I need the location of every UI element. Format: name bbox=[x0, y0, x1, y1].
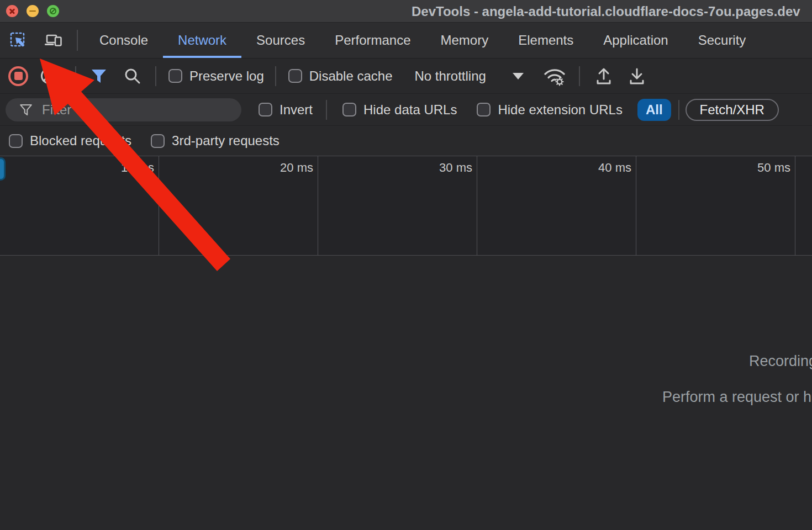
throttling-value: No throttling bbox=[414, 68, 486, 84]
dropdown-caret-icon bbox=[513, 73, 524, 80]
network-overview-timeline[interactable]: 10 ms 20 ms 30 ms 40 ms 50 ms bbox=[0, 156, 812, 256]
tab-console[interactable]: Console bbox=[85, 23, 163, 58]
throttling-select[interactable]: No throttling bbox=[414, 68, 523, 84]
disable-cache-checkbox-group[interactable]: Disable cache bbox=[288, 68, 393, 84]
minimize-button[interactable] bbox=[27, 5, 39, 17]
empty-state-line1: Recording network activity… bbox=[749, 353, 812, 370]
hide-data-urls-label: Hide data URLs bbox=[363, 102, 457, 118]
filter-fetch-xhr-button[interactable]: Fetch/XHR bbox=[686, 99, 779, 121]
tab-sources[interactable]: Sources bbox=[241, 23, 320, 58]
filter-toggle-button[interactable] bbox=[90, 68, 108, 84]
hide-extension-urls-checkbox[interactable] bbox=[477, 103, 491, 116]
network-conditions-button[interactable] bbox=[541, 66, 568, 87]
preserve-log-checkbox-group[interactable]: Preserve log bbox=[168, 68, 264, 84]
network-filterbar: Invert Hide data URLs Hide extension URL… bbox=[0, 94, 812, 126]
disable-cache-label: Disable cache bbox=[309, 68, 393, 84]
device-toolbar-button[interactable] bbox=[44, 30, 64, 50]
import-har-button[interactable] bbox=[594, 66, 613, 86]
panel-tabs: Console Network Sources Performance Memo… bbox=[85, 23, 761, 58]
third-party-requests-checkbox-group[interactable]: 3rd-party requests bbox=[151, 133, 280, 149]
record-stop-button[interactable] bbox=[8, 66, 28, 86]
toolbar-divider bbox=[326, 100, 327, 120]
export-har-button[interactable] bbox=[628, 66, 646, 86]
clear-requests-button[interactable] bbox=[41, 68, 57, 84]
requests-panel: Recording network activity… Perform a re… bbox=[0, 256, 812, 529]
export-har-icon bbox=[628, 66, 646, 86]
overview-request-bar bbox=[0, 157, 6, 181]
network-conditions-wifi-icon bbox=[541, 66, 568, 87]
tab-security[interactable]: Security bbox=[683, 23, 761, 58]
inspect-element-button[interactable] bbox=[8, 30, 28, 50]
disable-cache-checkbox[interactable] bbox=[288, 69, 302, 83]
network-toolbar: Preserve log Disable cache No throttling bbox=[0, 59, 812, 94]
blocked-requests-checkbox-group[interactable]: Blocked requests bbox=[9, 133, 131, 149]
blocked-requests-label: Blocked requests bbox=[30, 133, 131, 149]
toolbar-divider bbox=[155, 66, 156, 86]
timeline-tick: 50 ms bbox=[636, 156, 795, 255]
preserve-log-label: Preserve log bbox=[189, 68, 264, 84]
record-stop-icon bbox=[14, 72, 23, 80]
search-requests-button[interactable] bbox=[123, 67, 142, 86]
minimize-icon bbox=[29, 10, 36, 12]
devtools-tabbar: Console Network Sources Performance Memo… bbox=[0, 23, 812, 59]
network-filterbar-row2: Blocked requests 3rd-party requests bbox=[0, 126, 812, 156]
filter-funnel-icon bbox=[90, 68, 108, 84]
zoom-disabled-icon bbox=[50, 8, 56, 14]
hide-data-urls-checkbox-group[interactable]: Hide data URLs bbox=[342, 102, 457, 118]
import-har-icon bbox=[594, 66, 613, 86]
toolbar-divider bbox=[275, 66, 276, 86]
inspect-cursor-icon bbox=[9, 31, 28, 50]
zoom-button[interactable] bbox=[47, 5, 59, 17]
tab-elements[interactable]: Elements bbox=[503, 23, 588, 58]
blocked-requests-checkbox[interactable] bbox=[9, 134, 23, 148]
toolbar-divider bbox=[75, 66, 76, 86]
invert-checkbox[interactable] bbox=[259, 103, 272, 116]
filter-input[interactable] bbox=[42, 102, 231, 118]
hide-extension-urls-label: Hide extension URLs bbox=[498, 102, 622, 118]
toolbar-divider bbox=[77, 30, 78, 51]
window-title: DevTools - angela-add-tutorial.cloudflar… bbox=[412, 0, 800, 23]
tab-performance[interactable]: Performance bbox=[320, 23, 425, 58]
empty-state-line2: Perform a request or hit ⌘ R to record t… bbox=[662, 388, 812, 406]
timeline-tick: 30 ms bbox=[318, 156, 477, 255]
close-button[interactable] bbox=[6, 5, 18, 17]
invert-checkbox-group[interactable]: Invert bbox=[259, 102, 313, 118]
devtools-window: DevTools - angela-add-tutorial.cloudflar… bbox=[0, 0, 812, 530]
third-party-requests-label: 3rd-party requests bbox=[172, 133, 280, 149]
timeline-tick: 20 ms bbox=[159, 156, 318, 255]
tab-memory[interactable]: Memory bbox=[426, 23, 504, 58]
timeline-tick: 40 ms bbox=[477, 156, 636, 255]
toolbar-divider bbox=[678, 100, 679, 120]
hide-data-urls-checkbox[interactable] bbox=[342, 103, 356, 116]
search-icon bbox=[123, 67, 142, 86]
filter-funnel-outline-icon bbox=[19, 103, 33, 117]
tab-application[interactable]: Application bbox=[588, 23, 683, 58]
filter-all-button[interactable]: All bbox=[637, 99, 671, 121]
timeline-tick: 10 ms bbox=[0, 156, 159, 255]
tab-network[interactable]: Network bbox=[163, 23, 241, 58]
preserve-log-checkbox[interactable] bbox=[168, 69, 182, 83]
traffic-lights bbox=[6, 5, 59, 17]
device-toolbar-icon bbox=[44, 31, 63, 50]
third-party-requests-checkbox[interactable] bbox=[151, 134, 165, 148]
filter-input-container bbox=[6, 98, 241, 121]
hide-extension-urls-checkbox-group[interactable]: Hide extension URLs bbox=[477, 102, 622, 118]
toolbar-divider bbox=[579, 66, 580, 86]
invert-label: Invert bbox=[280, 102, 313, 118]
titlebar: DevTools - angela-add-tutorial.cloudflar… bbox=[0, 0, 812, 23]
